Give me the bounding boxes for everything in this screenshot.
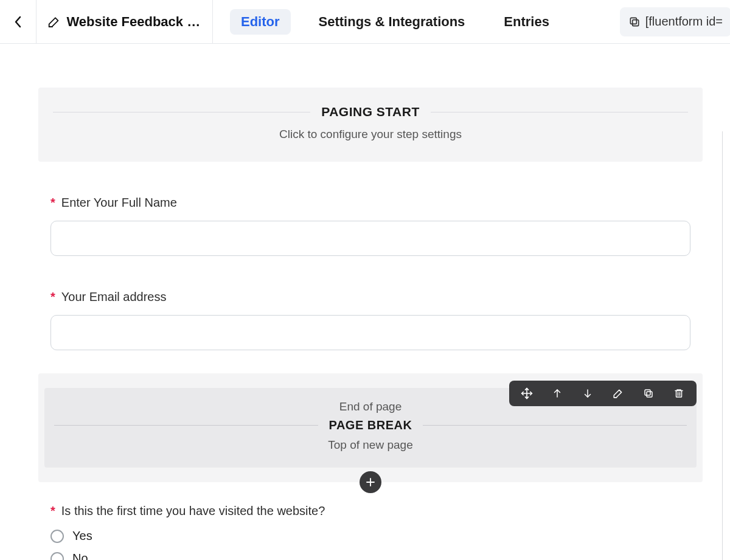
page-break-block[interactable]: End of page PAGE BREAK Top of new page [38, 373, 703, 482]
tab-settings[interactable]: Settings & Integrations [308, 9, 476, 35]
radio-label: *Is this the first time you have visited… [50, 504, 690, 518]
radio-option-yes[interactable]: Yes [50, 529, 690, 543]
radio-circle-icon [50, 552, 64, 561]
field-email[interactable]: *Your Email address [38, 290, 703, 350]
radio-option-label: Yes [72, 529, 92, 543]
field-name-label: *Enter Your Full Name [50, 196, 690, 210]
svg-rect-0 [632, 19, 638, 26]
shortcode-pill[interactable]: [fluentform id= [620, 7, 730, 36]
pencil-icon [47, 15, 60, 29]
svg-rect-1 [630, 18, 636, 24]
arrow-up-icon [552, 388, 563, 399]
plus-icon [365, 477, 376, 488]
panel-divider [722, 131, 723, 560]
required-mark: * [50, 504, 55, 517]
radio-option-label: No [72, 551, 88, 560]
pencil-icon [613, 388, 624, 399]
form-title: Website Feedback (… [66, 14, 201, 30]
top-bar: Website Feedback (… Editor Settings & In… [0, 0, 730, 44]
field-email-label: *Your Email address [50, 290, 690, 304]
shortcode-text: [fluentform id= [645, 15, 723, 29]
tab-editor[interactable]: Editor [230, 9, 291, 35]
email-input[interactable] [50, 315, 690, 350]
copy-icon [628, 16, 641, 28]
move-up-button[interactable] [551, 387, 564, 400]
delete-button[interactable] [672, 387, 686, 400]
form-canvas: PAGING START Click to configure your ste… [38, 88, 703, 560]
tab-entries[interactable]: Entries [493, 9, 560, 35]
move-down-button[interactable] [581, 387, 594, 400]
arrow-down-icon [582, 388, 593, 399]
svg-rect-6 [647, 392, 652, 397]
move-icon [521, 387, 533, 399]
radio-circle-icon [50, 530, 64, 543]
field-toolbar [509, 381, 697, 406]
back-button[interactable] [0, 0, 36, 43]
paging-start-title: PAGING START [310, 105, 431, 119]
duplicate-button[interactable] [642, 387, 655, 400]
add-field-button[interactable] [360, 471, 381, 493]
field-radio-first-visit[interactable]: *Is this the first time you have visited… [38, 504, 703, 560]
required-mark: * [50, 196, 55, 209]
page-break-title: PAGE BREAK [318, 418, 423, 432]
page-break-bottom-text: Top of new page [54, 438, 687, 452]
move-handle[interactable] [520, 387, 534, 400]
name-input[interactable] [50, 221, 690, 256]
edit-button[interactable] [611, 387, 625, 400]
header-tabs: Editor Settings & Integrations Entries [213, 9, 560, 35]
svg-rect-8 [676, 391, 682, 398]
paging-start-block[interactable]: PAGING START Click to configure your ste… [38, 88, 703, 162]
paging-start-subtitle: Click to configure your step settings [53, 128, 688, 141]
trash-icon [673, 388, 684, 399]
form-title-button[interactable]: Website Feedback (… [36, 0, 213, 43]
required-mark: * [50, 290, 55, 303]
copy-icon [643, 388, 654, 399]
chevron-left-icon [13, 15, 23, 29]
svg-rect-7 [645, 390, 650, 395]
radio-option-no[interactable]: No [50, 551, 690, 560]
field-name[interactable]: *Enter Your Full Name [38, 196, 703, 256]
